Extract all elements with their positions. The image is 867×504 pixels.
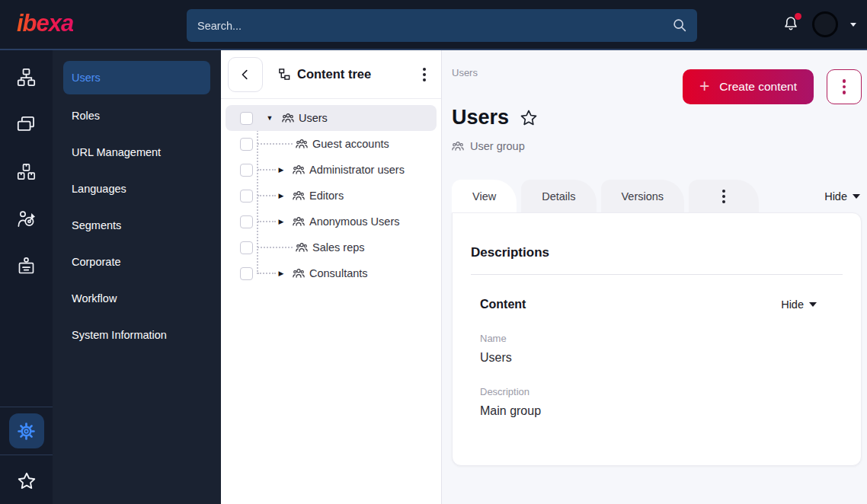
main-content: Users + Create content Users User group …: [442, 50, 867, 504]
corporate-badge-icon[interactable]: [10, 249, 43, 282]
tree-connector: [258, 221, 276, 222]
bookmark-star-icon[interactable]: [519, 108, 539, 128]
user-group-icon: [293, 164, 305, 176]
search-input[interactable]: [187, 9, 697, 42]
notification-badge: [795, 13, 801, 20]
tab-view[interactable]: View: [452, 180, 517, 212]
hide-section-toggle[interactable]: Hide: [781, 298, 817, 311]
tree-checkbox[interactable]: [240, 241, 253, 254]
view-tab-card: Descriptions Content Hide Name Users Des…: [452, 212, 862, 466]
title-row: Users: [452, 106, 862, 129]
content-options-kebab-button[interactable]: [827, 69, 862, 104]
sidebar-item-url-management[interactable]: URL Management: [53, 134, 221, 171]
page-title: Users: [452, 106, 509, 129]
tree-checkbox[interactable]: [240, 138, 253, 151]
notifications-bell-icon[interactable]: [782, 14, 800, 34]
expand-arrow-icon[interactable]: ▶: [277, 218, 286, 225]
content-tree-header: Content tree: [221, 50, 441, 99]
sidebar-item-roles[interactable]: Roles: [53, 97, 221, 134]
rail-divider: [0, 455, 53, 455]
tree-row-users[interactable]: ▼ Users: [226, 105, 437, 131]
user-group-icon: [452, 140, 464, 152]
user-avatar[interactable]: [812, 11, 838, 37]
tree-options-kebab-icon[interactable]: [418, 63, 430, 86]
global-search: [187, 9, 697, 42]
content-tree-icon: [278, 68, 291, 81]
settings-gear-icon: [16, 421, 37, 442]
caret-down-icon: [853, 194, 860, 199]
content-section: Content Hide Name Users Description Main…: [471, 275, 843, 418]
tree-row-sales-reps[interactable]: Sales reps: [226, 234, 437, 260]
content-structure-icon[interactable]: [10, 60, 43, 94]
descriptions-heading: Descriptions: [471, 245, 843, 260]
topbar: ibexa: [0, 0, 867, 50]
field-label: Name: [480, 333, 817, 344]
content-type-label: User group: [452, 140, 862, 152]
expand-arrow-icon[interactable]: ▶: [277, 192, 286, 199]
customer-segments-icon[interactable]: [10, 202, 43, 235]
tab-versions[interactable]: Versions: [601, 180, 685, 212]
tree-connector: [258, 169, 276, 171]
tree-row-anonymous-users[interactable]: ▶ Anonymous Users: [226, 209, 437, 234]
tree-row-consultants[interactable]: ▶ Consultants: [226, 260, 437, 286]
field-value: Main group: [480, 404, 817, 418]
tree-row-editors[interactable]: ▶ Editors: [226, 183, 437, 209]
collapse-arrow-icon[interactable]: ▼: [265, 114, 274, 122]
sidebar-item-languages[interactable]: Languages: [53, 171, 221, 207]
sidebar-item-users[interactable]: Users: [63, 61, 210, 94]
hide-all-toggle[interactable]: Hide: [824, 190, 860, 203]
field-description: Description Main group: [480, 386, 817, 418]
expand-arrow-icon[interactable]: ▶: [277, 166, 286, 174]
tree-checkbox[interactable]: [240, 190, 253, 203]
icon-rail: [0, 50, 53, 504]
admin-sidebar: Users Roles URL Management Languages Seg…: [53, 50, 221, 504]
rail-divider: [0, 407, 53, 407]
field-value: Users: [480, 351, 817, 365]
content-pages-icon[interactable]: [10, 107, 43, 141]
tree-checkbox[interactable]: [240, 112, 253, 125]
tree-row-administrator-users[interactable]: ▶ Administrator users: [226, 157, 437, 183]
content-section-heading: Content: [480, 298, 526, 311]
admin-settings-active[interactable]: [9, 413, 44, 448]
content-tree-title: Content tree: [297, 67, 371, 81]
user-group-icon: [293, 190, 305, 202]
sidebar-item-segments[interactable]: Segments: [53, 207, 221, 244]
user-group-icon: [282, 112, 294, 124]
main-actions: + Create content: [683, 69, 862, 104]
user-group-icon: [296, 241, 308, 254]
search-icon[interactable]: [671, 17, 688, 33]
chevron-left-icon: [238, 68, 252, 81]
content-tree-body: ▼ Users Guest accounts ▶ Administrator u…: [221, 99, 441, 504]
content-tree-panel: Content tree ▼ Users Guest accounts: [221, 50, 442, 504]
field-label: Description: [480, 386, 817, 397]
tree-checkbox[interactable]: [240, 215, 253, 228]
create-content-button[interactable]: + Create content: [683, 69, 814, 104]
user-menu-caret-icon[interactable]: [850, 23, 856, 27]
field-name: Name Users: [480, 333, 817, 365]
tree-row-guest-accounts[interactable]: Guest accounts: [226, 131, 437, 157]
tree-connector: [258, 143, 293, 145]
tab-details[interactable]: Details: [521, 180, 596, 212]
user-group-icon: [293, 215, 305, 228]
tab-more-kebab-icon[interactable]: [689, 180, 759, 212]
sidebar-item-workflow[interactable]: Workflow: [53, 280, 221, 317]
plus-icon: +: [699, 78, 709, 95]
sidebar-item-system-information[interactable]: System Information: [53, 317, 221, 353]
user-group-icon: [296, 138, 308, 150]
kebab-dots-icon: [718, 185, 730, 208]
tree-connector: [258, 273, 276, 274]
topbar-right: [782, 0, 856, 49]
product-catalog-icon[interactable]: [10, 155, 43, 188]
collapse-panel-button[interactable]: [228, 57, 263, 92]
tree-checkbox[interactable]: [240, 164, 253, 177]
tabs-row: View Details Versions Hide: [452, 180, 862, 212]
tree-connector: [258, 247, 293, 248]
tree-checkbox[interactable]: [240, 267, 253, 280]
user-group-icon: [293, 267, 305, 279]
expand-arrow-icon[interactable]: ▶: [277, 270, 286, 277]
tree-connector: [258, 195, 276, 196]
ibexa-logo[interactable]: ibexa: [17, 10, 73, 37]
caret-down-icon: [809, 302, 817, 307]
sidebar-item-corporate[interactable]: Corporate: [53, 244, 221, 280]
bookmarks-star-icon[interactable]: [16, 471, 37, 492]
